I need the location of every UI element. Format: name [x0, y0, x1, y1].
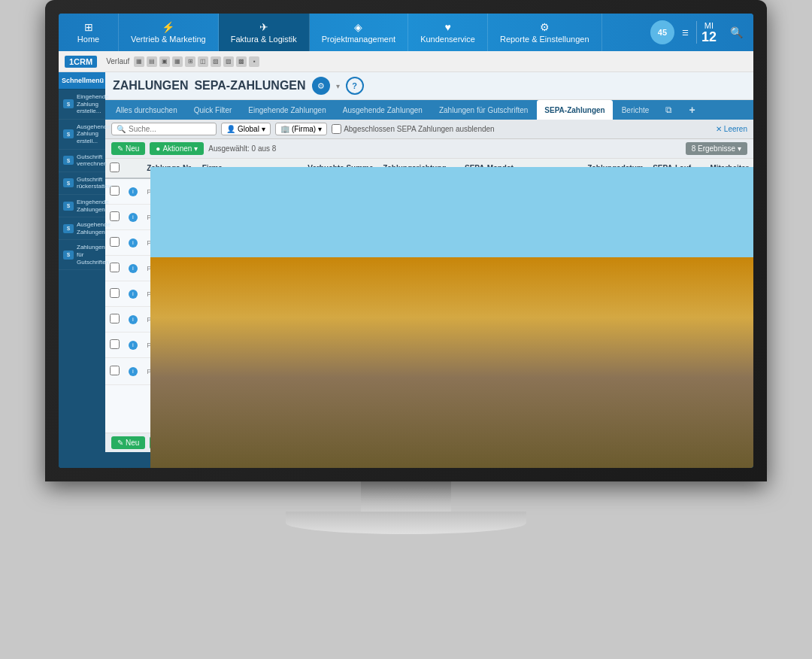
tab-quick[interactable]: Quick Filter	[186, 100, 240, 120]
firma-chevron: ▾	[318, 125, 322, 133]
sidebar-label-1: Eingehende Zahlung erstelle...	[77, 93, 109, 115]
row-checkbox-3[interactable]	[110, 263, 120, 272]
page-header: ZAHLUNGEN SEPA-ZAHLUNGEN ⚙ ▾ ?	[105, 72, 753, 100]
row-info-icon-3[interactable]: i	[129, 264, 138, 273]
menu-icon: ☰	[682, 29, 689, 37]
row-checkbox-5[interactable]	[110, 314, 120, 323]
sidebar-label-7: Zahlungen für Gutschriften	[77, 244, 109, 266]
sidebar-item-zahlungen-gutschriften[interactable]: $ Zahlungen für Gutschriften	[59, 240, 105, 270]
hist-icon-8[interactable]: ▨	[223, 56, 234, 67]
page-title-main: ZAHLUNGEN	[113, 79, 188, 93]
nav-vertrieb-label: Vertrieb & Marketing	[131, 35, 206, 44]
row-checkbox-4[interactable]	[110, 288, 120, 298]
nav-projekt[interactable]: ◈ Projektmanagement	[310, 14, 408, 51]
hist-icon-7[interactable]: ▧	[211, 56, 221, 67]
sidebar-item-gutschrift-verrechnen[interactable]: $ Gutschrift verrechnen	[59, 150, 105, 172]
nav-reporte[interactable]: ⚙ Reporte & Einstellungen	[488, 14, 602, 51]
actions-circle-icon: ●	[156, 144, 160, 153]
sidebar-icon-2: $	[63, 129, 74, 138]
person-icon: 👤	[226, 125, 235, 133]
hist-icon-6[interactable]: ◫	[198, 56, 208, 67]
sidebar-item-eingehende-zahlungen[interactable]: $ Eingehende Zahlungen	[59, 195, 105, 217]
hist-icon-1[interactable]: ▦	[134, 56, 144, 67]
tab-ausgehend[interactable]: Ausgehende Zahlungen	[335, 100, 430, 120]
row-info-icon-4[interactable]: i	[129, 290, 138, 299]
bottom-new-icon: ✎	[117, 439, 123, 447]
sepa-checkbox[interactable]	[332, 124, 341, 134]
date-display: MI 12	[696, 21, 721, 44]
row-icons-cell: i	[124, 281, 142, 307]
nav-right-area: 45 ☰ MI 12 🔍	[650, 14, 753, 51]
tab-sepa[interactable]: SEPA-Zahlungen	[537, 100, 612, 120]
nav-faktura-label: Faktura & Logistik	[231, 35, 297, 44]
nav-kunden[interactable]: ♥ Kundenservice	[408, 14, 488, 51]
search-nav-button[interactable]: 🔍	[726, 26, 747, 38]
nav-faktura[interactable]: ✈ Faktura & Logistik	[219, 14, 310, 51]
row-checkbox-1[interactable]	[110, 211, 120, 221]
row-info-icon-5[interactable]: i	[129, 315, 138, 324]
selected-count: Ausgewählt: 0 aus 8	[208, 144, 276, 153]
monitor-screen: ⊞ Home ⚡ Vertrieb & Marketing ✈ Faktura …	[59, 14, 753, 468]
row-icons-cell: i	[124, 205, 142, 230]
firma-label: (Firma)	[292, 125, 316, 133]
row-info-icon-2[interactable]: i	[129, 238, 138, 248]
row-info-icon-6[interactable]: i	[129, 341, 138, 350]
tab-gutschriften[interactable]: Zahlungen für Gutschriften	[432, 100, 535, 120]
gear-button[interactable]: ⚙	[312, 77, 330, 95]
hist-icon-10[interactable]: ▪	[249, 56, 259, 67]
leeren-button[interactable]: ✕ Leeren	[716, 125, 747, 133]
user-initials: 45	[658, 28, 667, 37]
hist-icon-4[interactable]: ▦	[172, 56, 183, 67]
new-label: Neu	[126, 144, 139, 153]
action-bar: ✎ Neu ● Aktionen ▾ Ausgewählt: 0 aus 8 8…	[105, 139, 753, 159]
row-info-icon-1[interactable]: i	[129, 213, 138, 222]
bottom-new-button[interactable]: ✎ Neu	[111, 436, 145, 449]
nav-kunden-label: Kundenservice	[420, 35, 475, 44]
monitor-stand-neck	[361, 481, 451, 512]
row-icons-7: i	[129, 367, 138, 376]
row-checkbox-7[interactable]	[110, 366, 120, 375]
sidebar-icon-6: $	[63, 224, 74, 233]
row-checkbox-6[interactable]	[110, 339, 120, 349]
tab-add-icon[interactable]: +	[681, 100, 702, 120]
row-info-icon-7[interactable]: i	[129, 367, 138, 376]
sidebar-label-5: Eingehende Zahlungen	[77, 199, 109, 213]
search-input[interactable]	[129, 125, 204, 133]
sidebar: Schnellmenü $ Eingehende Zahlung erstell…	[59, 72, 105, 468]
global-dropdown[interactable]: 👤 Global ▾	[221, 123, 271, 135]
row-info-icon-0[interactable]: i	[129, 187, 138, 196]
filter-bar: 🔍 👤 Global ▾ 🏢 (Firma) ▾	[105, 120, 753, 139]
building-icon: 🏢	[280, 125, 289, 133]
firma-dropdown[interactable]: 🏢 (Firma) ▾	[275, 123, 327, 135]
top-nav: ⊞ Home ⚡ Vertrieb & Marketing ✈ Faktura …	[59, 14, 753, 51]
help-button[interactable]: ?	[346, 77, 364, 95]
tab-copy-icon[interactable]: ⧉	[658, 100, 680, 120]
sidebar-item-ausgehend-erstell[interactable]: $ Ausgehende Zahlung erstell...	[59, 120, 105, 150]
sidebar-item-eingehend-erstelle[interactable]: $ Eingehende Zahlung erstelle...	[59, 90, 105, 120]
global-label: Global	[238, 125, 259, 133]
hamburger-menu[interactable]: ☰	[679, 29, 692, 37]
new-button[interactable]: ✎ Neu	[111, 142, 145, 155]
tab-berichte[interactable]: Berichte	[614, 100, 657, 120]
sidebar-label-2: Ausgehende Zahlung erstell...	[77, 123, 111, 145]
row-checkbox-cell	[105, 358, 124, 385]
select-all-checkbox[interactable]	[110, 162, 120, 172]
nav-home[interactable]: ⊞ Home	[59, 14, 119, 51]
hist-icon-9[interactable]: ▩	[236, 56, 247, 67]
nav-vertrieb[interactable]: ⚡ Vertrieb & Marketing	[119, 14, 219, 51]
hist-icon-3[interactable]: ▣	[159, 56, 170, 67]
secondary-bar: 1CRM Verlauf ▦ ▤ ▣ ▦ ⊞ ◫ ▧ ▨ ▩ ▪	[59, 51, 753, 72]
sidebar-item-ausgehende-zahlungen[interactable]: $ Ausgehende Zahlungen	[59, 217, 105, 240]
actions-label: Aktionen	[162, 144, 192, 153]
row-checkbox-2[interactable]	[110, 237, 120, 247]
hist-icon-2[interactable]: ▤	[147, 56, 157, 67]
actions-button[interactable]: ● Aktionen ▾	[150, 142, 204, 155]
avatar-wrapper[interactable]: 45	[650, 20, 674, 44]
tab-eingehend[interactable]: Eingehende Zahlungen	[241, 100, 333, 120]
sepa-checkbox-text: Abgeschlossen SEPA Zahlungen ausblenden	[344, 125, 495, 133]
leeren-icon: ✕	[716, 125, 722, 133]
row-icons-3: i	[129, 264, 138, 273]
sidebar-item-gutschrift-rueck[interactable]: $ Gutschrift rückerstatten	[59, 172, 105, 195]
hist-icon-5[interactable]: ⊞	[185, 56, 195, 67]
tab-alles[interactable]: Alles durchsuchen	[108, 100, 185, 120]
